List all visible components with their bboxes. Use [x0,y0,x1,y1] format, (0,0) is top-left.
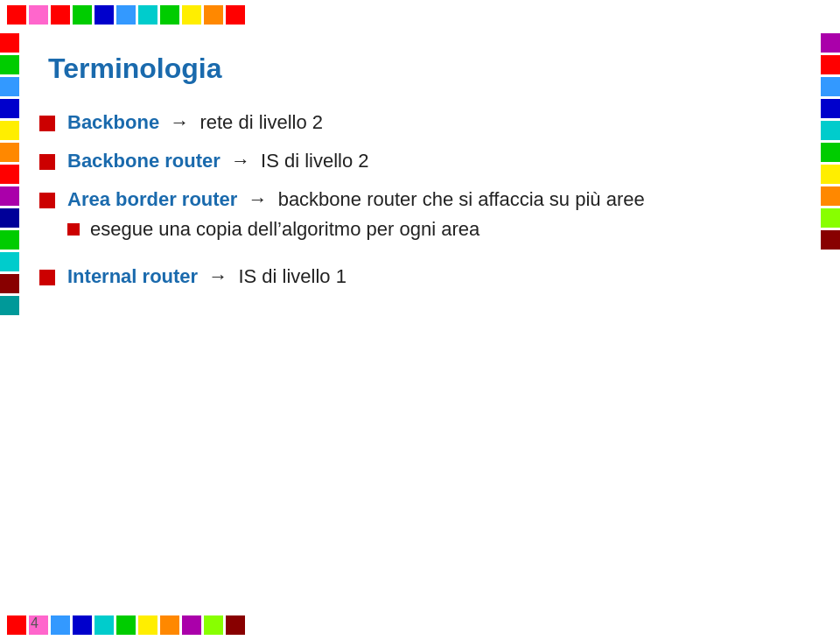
deco-sq [0,143,19,162]
deco-sq [226,615,245,635]
deco-sq [182,615,201,635]
deco-sq [0,296,19,315]
deco-sq [73,615,92,635]
deco-sq [73,5,92,25]
deco-sq [204,615,223,635]
deco-sq [160,615,179,635]
term-backbone: Backbone [67,111,159,133]
deco-sq [0,186,19,206]
top-decoration-strip [0,0,840,30]
deco-sq [51,615,70,635]
deco-sq [821,186,840,206]
deco-sq [182,5,201,25]
deco-sq [0,274,19,293]
deco-sq [94,5,114,25]
deco-sq [821,55,840,74]
deco-sq [0,33,19,53]
sub-bullet-list: esegue una copia dell’algoritmo per ogni… [67,218,480,250]
deco-sq [0,77,19,96]
bullet-rest: backbone router che si affaccia su più a… [278,188,645,210]
deco-sq [821,121,840,140]
deco-sq [0,230,19,250]
bullet-text: Backbone → rete di livello 2 [67,111,323,134]
list-item-internal-router: Internal router → IS di livello 1 [39,265,792,288]
sub-list-item: esegue una copia dell’algoritmo per ogni… [67,218,480,241]
page-number: 4 [31,615,38,631]
bottom-decoration-strip [0,610,840,640]
bullet-list: Backbone → rete di livello 2 Backbone ro… [39,111,792,288]
deco-sq [226,5,245,25]
list-item-area-border-router: Area border router → backbone router che… [39,188,792,250]
deco-sq [821,230,840,250]
deco-sq [7,615,26,635]
sub-bullet-text: esegue una copia dell’algoritmo per ogni… [90,218,480,241]
term-backbone-router: Backbone router [67,150,220,172]
bullet-icon [39,154,55,170]
deco-sq [821,165,840,184]
slide-content: Terminologia Backbone → rete di livello … [31,35,809,605]
slide-title: Terminologia [48,53,792,85]
deco-sq [0,252,19,271]
deco-sq [160,5,179,25]
term-internal-router: Internal router [67,265,198,287]
deco-sq [51,5,70,25]
deco-sq [0,99,19,118]
bullet-icon [39,193,55,208]
arrow-icon: → [208,265,228,287]
deco-sq [821,99,840,118]
arrow-icon: → [231,150,250,172]
deco-sq [821,33,840,53]
term-area-border-router: Area border router [67,188,237,210]
list-item-backbone: Backbone → rete di livello 2 [39,111,792,134]
bullet-text: Backbone router → IS di livello 2 [67,150,369,172]
deco-sq [29,5,48,25]
bullet-text: Internal router → IS di livello 1 [67,265,346,288]
arrow-icon: → [248,188,268,210]
deco-sq [116,615,136,635]
bullet-rest: IS di livello 1 [238,265,346,287]
deco-sq [94,615,114,635]
bullet-icon [39,270,55,285]
bullet-icon [39,116,55,131]
deco-sq [821,77,840,96]
deco-sq [138,5,158,25]
arrow-icon: → [170,111,189,133]
deco-sq [821,143,840,162]
bullet-text: Area border router → backbone router che… [67,188,645,211]
deco-sq [821,208,840,228]
list-item-backbone-router: Backbone router → IS di livello 2 [39,150,792,172]
bullet-rest: rete di livello 2 [200,111,323,133]
deco-sq [0,208,19,228]
bullet-rest: IS di livello 2 [261,150,369,172]
left-decoration-strip [0,0,19,322]
deco-sq [0,121,19,140]
deco-sq [116,5,136,25]
deco-sq [138,615,158,635]
deco-sq [0,55,19,74]
deco-sq [0,165,19,184]
deco-sq [204,5,223,25]
sub-bullet-icon [67,223,80,236]
right-decoration-strip [821,0,840,257]
